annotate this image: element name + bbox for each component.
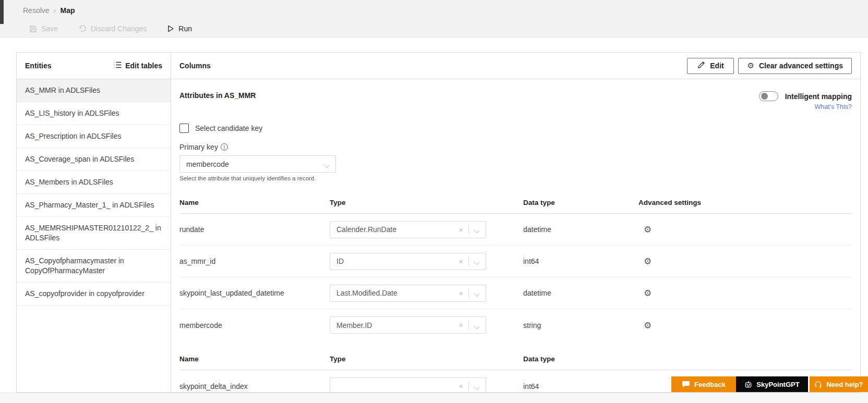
clear-icon[interactable]: × xyxy=(453,257,468,266)
column-header-name: Name xyxy=(179,355,330,363)
save-icon xyxy=(29,25,37,33)
attribute-table-header: Name Type Data type Advanced settings xyxy=(179,199,852,214)
feedback-button[interactable]: Feedback xyxy=(671,376,736,392)
data-type-value: int64 xyxy=(523,257,638,265)
need-help-button[interactable]: Need help? xyxy=(810,376,868,392)
clear-icon[interactable]: × xyxy=(453,321,468,329)
column-header-datatype: Data type xyxy=(523,199,638,206)
save-button[interactable]: Save xyxy=(29,25,58,33)
chevron-down-icon[interactable] xyxy=(474,290,479,296)
chevron-down-icon[interactable] xyxy=(474,384,479,389)
entity-item-label: AS_Copyofpharmacymaster in CopyOfPharmac… xyxy=(25,257,124,275)
intelligent-mapping-label: Intelligent mapping xyxy=(785,92,852,101)
horizontal-scrollbar[interactable] xyxy=(0,393,868,403)
panel-body: AS_MMR in ADLSFiles AS_LIS_history in AD… xyxy=(17,79,860,393)
clear-icon[interactable]: × xyxy=(453,382,468,390)
breadcrumb-parent[interactable]: Resolve xyxy=(23,6,50,15)
intelligent-mapping-block: Intelligent mapping What's This? xyxy=(759,91,852,111)
attribute-table: Name Type Data type Advanced settings ru… xyxy=(179,199,852,341)
undo-icon xyxy=(79,25,87,33)
clear-advanced-settings-button[interactable]: ⚙ Clear advanced settings xyxy=(738,58,852,74)
candidate-key-label: Select candidate key xyxy=(195,124,262,132)
primary-key-label: Primary key xyxy=(179,143,218,151)
chevron-down-icon[interactable] xyxy=(474,323,479,328)
chevron-down-icon xyxy=(324,162,329,167)
chevron-down-icon[interactable] xyxy=(474,259,479,264)
chevron-down-icon[interactable] xyxy=(474,227,479,232)
divider xyxy=(468,257,469,266)
entity-item-label: AS_Members in ADLSFiles xyxy=(25,178,113,186)
table-row-skypoint-last-updated: skypoint_last_updated_datetime Last.Modi… xyxy=(179,277,852,309)
edit-tables-label: Edit tables xyxy=(125,62,162,70)
type-select[interactable]: ID × xyxy=(330,253,486,270)
top-header-bar: Resolve › Map Save Discard Changes xyxy=(0,0,868,38)
entity-item-as-prescription[interactable]: AS_Prescription in ADLSFiles xyxy=(17,125,171,148)
skypointgpt-button[interactable]: SkyPointGPT xyxy=(736,376,808,392)
breadcrumb-current: Map xyxy=(61,6,75,15)
column-header-datatype: Data type xyxy=(523,355,638,363)
clear-icon[interactable]: × xyxy=(453,289,468,298)
advanced-settings-gear-icon[interactable]: ⚙ xyxy=(644,288,652,298)
play-icon xyxy=(167,25,174,32)
edit-button[interactable]: Edit xyxy=(687,58,734,74)
advanced-settings-gear-icon[interactable]: ⚙ xyxy=(644,256,652,266)
columns-header: Columns Edit ⚙ Clear advanced settings xyxy=(171,53,860,79)
advanced-settings-gear-icon[interactable]: ⚙ xyxy=(644,320,652,331)
toggle-knob xyxy=(761,93,768,100)
type-select[interactable]: Calender.RunDate × xyxy=(330,221,486,238)
header-actions: Edit ⚙ Clear advanced settings xyxy=(687,58,852,74)
attribute-name: as_mmr_id xyxy=(179,257,330,265)
primary-key-select[interactable]: membercode xyxy=(179,155,336,173)
entity-item-label: AS_Pharmacy_Master_1_ in ADLSFiles xyxy=(25,201,154,209)
type-value: Calender.RunDate xyxy=(336,225,396,234)
whats-this-link[interactable]: What's This? xyxy=(814,103,852,111)
entity-item-label: AS_copyofprovider in copyofprovider xyxy=(25,289,144,298)
type-value: Member.ID xyxy=(336,321,372,329)
data-type-value: int64 xyxy=(523,382,638,390)
type-select[interactable]: × xyxy=(330,377,486,393)
pencil-icon xyxy=(697,61,705,70)
robot-icon xyxy=(744,381,752,388)
clear-advanced-settings-label: Clear advanced settings xyxy=(759,62,843,70)
data-type-value: datetime xyxy=(523,289,638,297)
entity-item-as-memrshipmaster[interactable]: AS_MEMRSHIPMASTER01210122_2_ in ADLSFile… xyxy=(17,217,171,250)
type-select[interactable]: Last.Modified.Date × xyxy=(330,285,486,302)
entity-item-as-pharmacy-master[interactable]: AS_Pharmacy_Master_1_ in ADLSFiles xyxy=(17,194,171,217)
entity-item-as-coverage-span[interactable]: AS_Coverage_span in ADLSFiles xyxy=(17,148,171,171)
table-row-rundate: rundate Calender.RunDate × datetime ⚙ xyxy=(179,214,852,246)
system-table-header: Name Type Data type xyxy=(179,355,852,370)
data-type-value: string xyxy=(523,321,638,329)
intelligent-mapping-toggle[interactable] xyxy=(759,91,778,101)
table-row-as-mmr-id: as_mmr_id ID × int64 ⚙ xyxy=(179,246,852,277)
left-edge-strip xyxy=(0,0,4,24)
clear-icon[interactable]: × xyxy=(453,225,468,234)
entity-item-as-mmr[interactable]: AS_MMR in ADLSFiles xyxy=(17,79,171,102)
discard-changes-button[interactable]: Discard Changes xyxy=(79,25,147,33)
headset-icon xyxy=(814,381,822,388)
entity-item-label: AS_MEMRSHIPMASTER01210122_2_ in ADLSFile… xyxy=(25,224,161,242)
advanced-settings-gear-icon[interactable]: ⚙ xyxy=(644,224,652,235)
column-header-name: Name xyxy=(179,199,330,206)
attribute-name: skypoint_delta_index xyxy=(179,382,330,390)
divider xyxy=(468,321,469,329)
run-button[interactable]: Run xyxy=(167,25,192,33)
entity-item-as-copyofprovider[interactable]: AS_copyofprovider in copyofprovider xyxy=(17,283,171,306)
edit-tables-button[interactable]: Edit tables xyxy=(114,62,162,70)
feedback-label: Feedback xyxy=(694,381,726,388)
entity-item-label: AS_Coverage_span in ADLSFiles xyxy=(25,155,134,163)
info-icon[interactable]: i xyxy=(221,143,228,151)
divider xyxy=(468,289,469,298)
entity-item-as-members[interactable]: AS_Members in ADLSFiles xyxy=(17,171,171,194)
entity-item-as-lis-history[interactable]: AS_LIS_history in ADLSFiles xyxy=(17,102,171,125)
toolbar: Save Discard Changes Run xyxy=(29,21,192,36)
entities-title: Entities xyxy=(25,62,52,70)
candidate-key-checkbox[interactable] xyxy=(179,124,189,133)
attributes-title: Attributes in AS_MMR xyxy=(179,91,256,100)
breadcrumb: Resolve › Map xyxy=(23,6,75,15)
type-select[interactable]: Member.ID × xyxy=(330,316,486,334)
run-button-label: Run xyxy=(178,25,192,33)
entity-item-as-copyofpharmacymaster[interactable]: AS_Copyofpharmacymaster in CopyOfPharmac… xyxy=(17,250,171,283)
attribute-name: skypoint_last_updated_datetime xyxy=(179,289,330,297)
need-help-label: Need help? xyxy=(826,381,863,388)
speech-bubble-icon xyxy=(682,381,690,388)
